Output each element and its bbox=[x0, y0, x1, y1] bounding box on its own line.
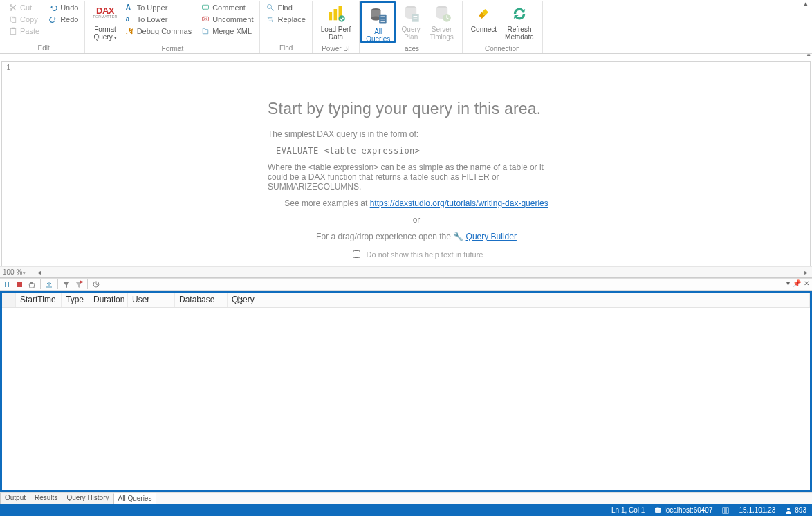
undo-button[interactable]: Undo bbox=[47, 1, 80, 13]
col-starttime[interactable]: StartTime bbox=[16, 293, 62, 307]
col-type[interactable]: Type bbox=[62, 293, 89, 307]
trace-copy-icon[interactable] bbox=[92, 280, 100, 288]
group-label-powerbi: Power BI bbox=[317, 43, 355, 54]
panel-close-icon[interactable]: ✕ bbox=[804, 279, 809, 287]
replace-button[interactable]: Replace bbox=[264, 13, 307, 25]
tab-output[interactable]: Output bbox=[0, 493, 30, 504]
replace-icon bbox=[266, 15, 275, 24]
refresh-metadata-button[interactable]: Refresh Metadata bbox=[501, 1, 538, 43]
panel-pin-icon[interactable]: 📌 bbox=[793, 279, 801, 287]
tab-query-history[interactable]: Query History bbox=[62, 493, 113, 504]
hide-help-label: Do not show this help text in future bbox=[367, 250, 483, 259]
spid-icon bbox=[722, 507, 729, 514]
grid-header: StartTime Type Duration User Database Qu… bbox=[2, 293, 810, 308]
trace-export-icon[interactable] bbox=[45, 280, 53, 288]
merge-xml-icon bbox=[201, 27, 210, 35]
replace-label: Replace bbox=[277, 15, 305, 24]
find-label: Find bbox=[277, 3, 292, 12]
all-queries-button[interactable]: All Queries bbox=[360, 1, 396, 43]
help-or: or bbox=[268, 215, 565, 225]
to-lower-button[interactable]: aTo Lower bbox=[124, 13, 194, 25]
to-upper-label: To Upper bbox=[137, 3, 168, 12]
scroll-right-icon[interactable]: ▸ bbox=[804, 268, 808, 276]
copy-label: Copy bbox=[20, 15, 38, 24]
trace-stop-icon[interactable] bbox=[15, 280, 24, 288]
merge-xml-button[interactable]: Merge XML bbox=[199, 25, 255, 37]
editor-gutter: 1 bbox=[2, 62, 12, 266]
all-queries-panel: StartTime Type Duration User Database Qu… bbox=[0, 291, 812, 492]
scroll-left-icon[interactable]: ◂ bbox=[37, 268, 41, 276]
ribbon-collapse-icon[interactable]: ▲ bbox=[802, 0, 809, 8]
refresh-metadata-label: Refresh Metadata bbox=[505, 26, 534, 41]
debug-commas-label: Debug Commas bbox=[137, 27, 192, 35]
status-version: 15.1.101.23 bbox=[739, 506, 775, 514]
trace-filter-clear-icon[interactable] bbox=[75, 280, 83, 288]
svg-rect-4 bbox=[10, 28, 16, 34]
ribbon-group-find: Find Replace Find bbox=[260, 1, 312, 53]
server-icon bbox=[654, 507, 661, 514]
cut-button[interactable]: Cut bbox=[7, 1, 41, 13]
ribbon-group-traces: All Queries Query Plan Server Timings Tr… bbox=[360, 1, 463, 53]
editor-zoom-bar: 100 %▾ ◂ ▸ bbox=[0, 266, 812, 277]
examples-link[interactable]: https://daxstudio.org/tutorials/writing-… bbox=[370, 199, 548, 208]
status-user-count: 893 bbox=[785, 506, 806, 514]
format-query-button[interactable]: DAXFORMATTER Format Query▾ bbox=[89, 1, 120, 43]
help-querybuilder: For a drag/drop experience open the 🔧 Qu… bbox=[268, 232, 565, 241]
debug-commas-icon: ,↯ bbox=[126, 27, 134, 35]
svg-rect-3 bbox=[12, 17, 16, 22]
panel-dropdown-icon[interactable]: ▾ bbox=[786, 279, 790, 287]
group-label-edit: Edit bbox=[7, 42, 80, 53]
debug-commas-button[interactable]: ,↯Debug Commas bbox=[124, 25, 194, 37]
col-database[interactable]: Database bbox=[175, 293, 228, 307]
group-label-format: Format bbox=[89, 43, 255, 54]
col-duration[interactable]: Duration bbox=[89, 293, 128, 307]
comment-button[interactable]: Comment bbox=[199, 1, 255, 13]
svg-point-12 bbox=[338, 15, 344, 21]
svg-rect-22 bbox=[17, 282, 22, 287]
query-plan-button[interactable]: Query Plan bbox=[396, 1, 425, 43]
connect-button[interactable]: Connect bbox=[467, 1, 501, 43]
col-query[interactable]: Query bbox=[228, 293, 810, 307]
grid-body[interactable] bbox=[2, 308, 810, 490]
to-upper-icon: A bbox=[126, 3, 134, 12]
uncomment-button[interactable]: Uncomment bbox=[199, 13, 255, 25]
to-upper-button[interactable]: ATo Upper bbox=[124, 1, 194, 13]
editor-help-text: Start by typing your query in this area.… bbox=[268, 100, 565, 260]
redo-button[interactable]: Redo bbox=[47, 13, 80, 25]
svg-rect-17 bbox=[412, 14, 419, 22]
tab-all-queries[interactable]: All Queries bbox=[113, 493, 157, 504]
col-user[interactable]: User bbox=[128, 293, 175, 307]
query-editor[interactable]: 1 Start by typing your query in this are… bbox=[1, 61, 811, 266]
paste-icon bbox=[9, 27, 17, 35]
ribbon-group-edit: Cut Copy Paste Undo Redo Edit bbox=[3, 1, 85, 53]
dax-formatter-icon: DAXFORMATTER bbox=[95, 4, 115, 24]
ribbon-group-format: DAXFORMATTER Format Query▾ ATo Upper aTo… bbox=[85, 1, 260, 53]
undo-icon bbox=[49, 3, 57, 12]
bottom-tabs: Output Results Query History All Queries bbox=[0, 492, 812, 504]
hide-help-checkbox[interactable] bbox=[353, 250, 360, 258]
grid-row-handle-header bbox=[2, 293, 16, 307]
help-body: Where the <table expression> can be as s… bbox=[268, 163, 565, 192]
editor-body[interactable]: Start by typing your query in this area.… bbox=[12, 62, 810, 266]
paste-button[interactable]: Paste bbox=[7, 25, 41, 37]
all-queries-label: All Queries bbox=[366, 28, 390, 43]
find-button[interactable]: Find bbox=[264, 1, 307, 13]
load-perf-data-button[interactable]: Load Perf Data bbox=[317, 1, 355, 43]
tab-results[interactable]: Results bbox=[30, 493, 62, 504]
trace-filter-icon[interactable] bbox=[62, 280, 71, 288]
refresh-icon bbox=[510, 4, 529, 24]
zoom-level[interactable]: 100 %▾ bbox=[3, 268, 26, 276]
server-timings-button[interactable]: Server Timings bbox=[425, 1, 458, 43]
svg-rect-9 bbox=[329, 12, 332, 21]
help-examples: See more examples at https://daxstudio.o… bbox=[268, 199, 565, 208]
trace-record-icon[interactable] bbox=[3, 280, 11, 288]
server-timings-icon bbox=[432, 4, 452, 24]
all-queries-icon bbox=[369, 6, 388, 26]
copy-icon bbox=[9, 15, 17, 24]
ribbon-expander[interactable] bbox=[0, 54, 812, 61]
trace-clear-icon[interactable] bbox=[28, 280, 36, 288]
copy-button[interactable]: Copy bbox=[7, 13, 41, 25]
trace-toolbar: ▾ 📌 ✕ bbox=[0, 278, 812, 291]
query-builder-link[interactable]: Query Builder bbox=[466, 232, 517, 241]
paste-label: Paste bbox=[20, 27, 39, 35]
